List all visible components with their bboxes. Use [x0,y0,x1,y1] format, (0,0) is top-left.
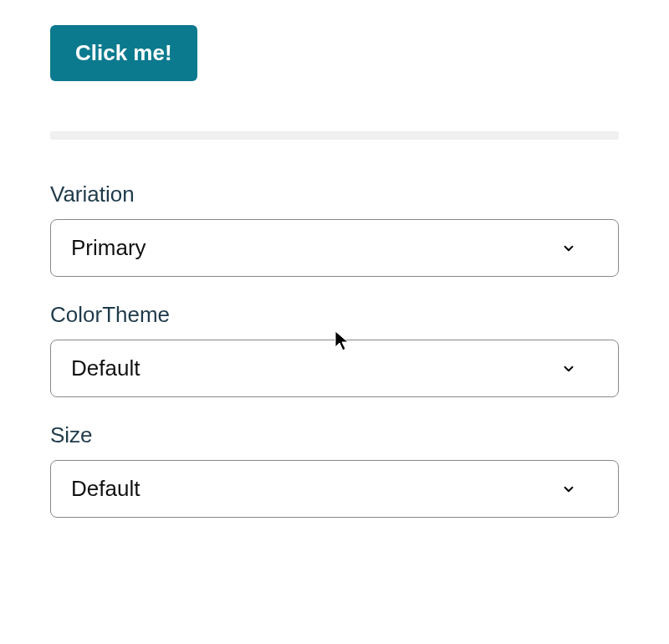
chevron-down-icon [561,241,576,256]
variation-label: Variation [50,181,619,207]
demo-button[interactable]: Click me! [50,25,197,81]
field-size: Size Default [50,422,619,518]
field-variation: Variation Primary [50,181,619,277]
size-select[interactable]: Default [50,460,619,518]
chevron-down-icon [561,482,576,497]
colortheme-select-value: Default [71,355,561,381]
colortheme-label: ColorTheme [50,302,619,328]
size-label: Size [50,422,619,448]
variation-select[interactable]: Primary [50,219,619,277]
variation-select-value: Primary [71,235,561,261]
colortheme-select[interactable]: Default [50,340,619,397]
divider [50,131,619,140]
field-colortheme: ColorTheme Default [50,302,619,397]
size-select-value: Default [71,476,561,502]
chevron-down-icon [561,361,576,376]
